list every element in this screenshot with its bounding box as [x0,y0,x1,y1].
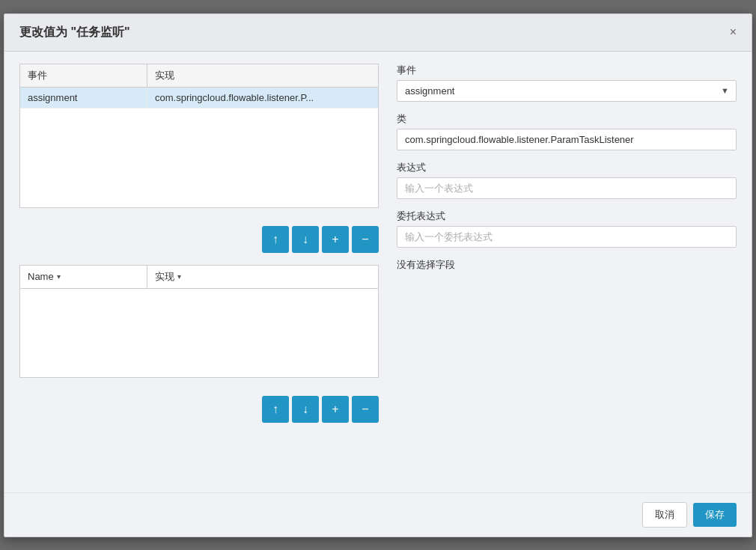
table1-remove-button[interactable]: − [352,226,379,253]
delegate-label: 委托表达式 [397,210,737,223]
class-input[interactable] [397,129,737,150]
left-panel: 事件 实现 assignment com.springcloud.flowabl… [19,64,379,480]
table2-header: Name ▾ 实现 ▾ [19,265,379,288]
table1-btn-group: ↑ ↓ + − [19,226,379,253]
expression-label: 表达式 [397,161,737,174]
event-select[interactable]: assignment create complete delete [397,80,737,102]
impl-chevron-icon: ▾ [177,272,181,281]
table1-section: 事件 实现 assignment com.springcloud.flowabl… [19,64,379,208]
table2-col-impl: 实现 ▾ [147,266,378,288]
event-field-group: 事件 assignment create complete delete [397,64,737,102]
expression-input[interactable] [397,177,737,199]
arrow-up-icon: ↑ [272,233,278,246]
table1-col-event: 事件 [20,64,147,87]
no-field-text: 没有选择字段 [397,258,737,272]
dialog-header: 更改值为 "任务监听" × [4,14,752,52]
table1-wrapper: 事件 实现 assignment com.springcloud.flowabl… [19,64,379,208]
table1-body[interactable]: assignment com.springcloud.flowable.list… [20,88,378,207]
table1-add-button[interactable]: + [322,226,349,253]
plus-icon: + [332,233,338,246]
table2-remove-button[interactable]: − [352,396,379,423]
event-label: 事件 [397,64,737,77]
class-label: 类 [397,112,737,126]
table1-cell-impl: com.springcloud.flowable.listener.P... [147,88,378,108]
dialog-footer: 取消 保存 [4,492,752,537]
delegate-field-group: 委托表达式 [397,210,737,248]
table2-section: Name ▾ 实现 ▾ [19,265,379,378]
delegate-input[interactable] [397,226,737,248]
plus-icon-2: + [332,403,338,416]
table2-up-button[interactable]: ↑ [262,396,289,423]
table1-col-impl: 实现 [147,64,378,87]
table2-body[interactable] [19,288,379,378]
class-field-group: 类 [397,112,737,150]
arrow-down-icon: ↓ [302,233,308,246]
close-button[interactable]: × [730,26,737,38]
arrow-down-icon-2: ↓ [302,403,308,416]
dialog-body: 事件 实现 assignment com.springcloud.flowabl… [4,52,752,492]
cancel-button[interactable]: 取消 [642,502,687,528]
minus-icon-2: − [362,403,368,416]
save-button[interactable]: 保存 [693,503,737,527]
minus-icon: − [362,233,368,246]
event-select-wrapper: assignment create complete delete [397,80,737,102]
table2-add-button[interactable]: + [322,396,349,423]
table1-cell-event: assignment [20,88,147,108]
name-chevron-icon: ▾ [57,272,61,281]
table-row[interactable]: assignment com.springcloud.flowable.list… [20,88,378,109]
table1-up-button[interactable]: ↑ [262,226,289,253]
expression-field-group: 表达式 [397,161,737,199]
table2-col-name: Name ▾ [20,266,147,288]
dialog: 更改值为 "任务监听" × 事件 实现 assignment com.sprin… [4,13,752,537]
dialog-title: 更改值为 "任务监听" [19,25,130,40]
arrow-up-icon-2: ↑ [272,403,278,416]
right-panel: 事件 assignment create complete delete 类 表… [397,64,737,480]
table1-header: 事件 实现 [20,64,378,88]
table1-down-button[interactable]: ↓ [292,226,319,253]
table2-down-button[interactable]: ↓ [292,396,319,423]
table2-btn-group: ↑ ↓ + − [19,396,379,423]
